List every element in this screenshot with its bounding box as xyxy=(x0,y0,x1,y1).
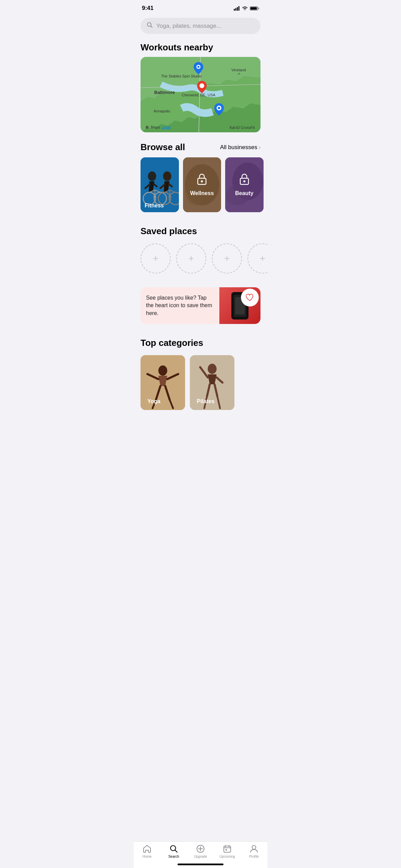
wellness-category-card[interactable]: Wellness xyxy=(183,157,221,212)
category-cards-container: Fitness xyxy=(134,157,267,220)
search-bar[interactable]: Yoga, pilates, massage... xyxy=(141,18,260,34)
pilates-card-bg: Pilates xyxy=(190,355,234,410)
pilates-category-card[interactable]: Pilates xyxy=(190,355,234,410)
all-businesses-link[interactable]: All businesses › xyxy=(220,144,260,151)
map-container[interactable]: The Stables Spin Studio Baltimore Cheswo… xyxy=(141,57,260,132)
svg-point-12 xyxy=(197,66,199,68)
svg-text:Vineland: Vineland xyxy=(231,68,246,72)
svg-point-43 xyxy=(201,180,203,182)
saved-circle-4[interactable]: + xyxy=(247,243,267,274)
saved-circle-2[interactable]: + xyxy=(176,243,206,274)
beauty-card-bg: Beauty xyxy=(225,157,264,212)
svg-rect-2 xyxy=(237,7,238,11)
main-content: Yoga, pilates, massage... Workouts nearb… xyxy=(134,14,267,450)
map-attribution: Maps Legal xyxy=(145,125,171,130)
beauty-label: Beauty xyxy=(235,190,253,196)
wellness-lock-icon xyxy=(197,173,207,188)
svg-rect-3 xyxy=(239,6,240,11)
fitness-category-card[interactable]: Fitness xyxy=(141,157,179,212)
yoga-label: Yoga xyxy=(147,398,160,405)
saved-places-section: Saved places + + + + + xyxy=(134,220,267,286)
svg-point-58 xyxy=(208,364,217,374)
search-container: Yoga, pilates, massage... xyxy=(134,14,267,39)
yoga-category-card[interactable]: Yoga xyxy=(141,355,185,410)
wifi-icon xyxy=(242,6,248,11)
status-icons xyxy=(234,6,259,11)
svg-rect-0 xyxy=(234,9,235,11)
map-svg: The Stables Spin Studio Baltimore Cheswo… xyxy=(141,57,260,132)
search-placeholder-text: Yoga, pilates, massage... xyxy=(156,23,221,29)
top-categories-title: Top categories xyxy=(134,335,267,352)
browse-all-header: Browse all All businesses › xyxy=(134,141,267,157)
svg-point-14 xyxy=(201,85,203,87)
beauty-category-card[interactable]: Beauty xyxy=(225,157,264,212)
saved-circle-3[interactable]: + xyxy=(212,243,242,274)
beauty-lock-icon xyxy=(239,173,250,188)
save-tip-banner: See places you like? Tap the heart icon … xyxy=(141,287,260,324)
workouts-nearby-title: Workouts nearby xyxy=(134,39,267,57)
wellness-label: Wellness xyxy=(190,190,214,196)
svg-point-48 xyxy=(243,180,245,182)
map-background: The Stables Spin Studio Baltimore Cheswo… xyxy=(141,57,260,132)
battery-icon xyxy=(250,6,259,11)
beauty-card-overlay: Beauty xyxy=(225,157,264,212)
saved-circle-1[interactable]: + xyxy=(141,243,171,274)
status-bar: 9:41 xyxy=(134,0,267,14)
fitness-card-overlay: Fitness xyxy=(141,157,179,212)
save-tip-image xyxy=(219,287,260,324)
browse-all-title: Browse all xyxy=(141,142,185,153)
top-cat-cards-row: Yoga xyxy=(134,352,267,413)
yoga-card-bg: Yoga xyxy=(141,355,185,410)
saved-circles-row: + + + + + xyxy=(134,241,267,279)
save-tip-text-area: See places you like? Tap the heart icon … xyxy=(141,287,219,324)
apple-icon xyxy=(145,125,149,130)
save-tip-text: See places you like? Tap the heart icon … xyxy=(146,295,212,316)
svg-point-16 xyxy=(218,107,220,109)
all-businesses-label: All businesses xyxy=(220,144,257,151)
svg-point-50 xyxy=(158,365,167,376)
saved-places-title: Saved places xyxy=(134,223,267,241)
top-categories-section: Top categories xyxy=(134,332,267,420)
svg-text:The Stables Spin Studio: The Stables Spin Studio xyxy=(161,74,202,78)
wellness-card-overlay: Wellness xyxy=(183,157,221,212)
svg-text:Baltimore: Baltimore xyxy=(154,90,175,95)
svg-text:Kal-El CrossFit: Kal-El CrossFit xyxy=(230,125,255,130)
wellness-card-bg: Wellness xyxy=(183,157,221,212)
svg-text:Cheswold, DE, USA: Cheswold, DE, USA xyxy=(182,93,216,97)
legal-link[interactable]: Legal xyxy=(161,125,171,129)
search-icon xyxy=(147,22,153,30)
fitness-card-bg: Fitness xyxy=(141,157,179,212)
svg-rect-1 xyxy=(235,8,236,11)
svg-rect-5 xyxy=(251,7,257,10)
heart-circle xyxy=(241,289,259,306)
status-time: 9:41 xyxy=(142,5,154,12)
svg-text:· A: · A xyxy=(236,72,240,75)
svg-text:Annapolis: Annapolis xyxy=(154,109,170,113)
fitness-label: Fitness xyxy=(145,203,164,209)
pilates-label: Pilates xyxy=(197,398,215,405)
signal-icon xyxy=(234,6,240,11)
svg-line-7 xyxy=(151,26,153,28)
maps-label: Maps xyxy=(151,125,160,129)
chevron-right-icon: › xyxy=(259,144,260,150)
heart-icon xyxy=(245,293,254,302)
